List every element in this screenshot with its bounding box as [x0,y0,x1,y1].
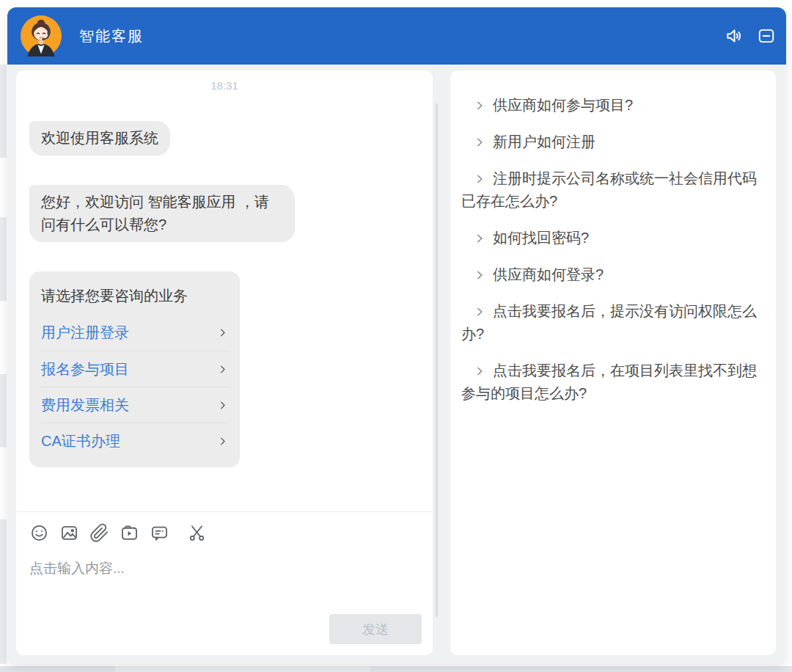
minimize-icon[interactable] [757,26,776,45]
menu-item-signup-project[interactable]: 报名参与项目 [41,351,228,387]
faq-item[interactable]: 新用户如何注册 [461,131,770,153]
background-page-bottom-edge [0,666,792,672]
menu-item-label: CA证书办理 [41,431,120,451]
faq-item[interactable]: 注册时提示公司名称或统一社会信用代码已存在怎么办? [461,167,770,213]
faq-item-text: 注册时提示公司名称或统一社会信用代码已存在怎么办? [461,170,757,209]
chevron-right-icon [474,137,485,147]
chevron-right-icon [474,270,485,280]
attachment-icon[interactable] [89,523,109,543]
message-timestamp: 18:31 [29,79,419,92]
faq-item[interactable]: 点击我要报名后，在项目列表里找不到想参与的项目怎么办? [461,359,770,405]
chevron-right-icon [217,364,228,375]
faq-item[interactable]: 如何找回密码? [461,227,770,249]
faq-panel: 供应商如何参与项目? 新用户如何注册 注册时提示公司名称或统一社会信用代码已存在… [450,70,776,655]
faq-item[interactable]: 点击我要报名后，提示没有访问权限怎么办? [461,300,770,346]
chevron-right-icon [474,307,485,317]
app-title: 智能客服 [79,26,711,46]
widget-body: 18:31 欢迎使用客服系统 您好，欢迎访问 智能客服应用 ，请问有什么可以帮您… [7,65,786,664]
chat-panel-scrollbar[interactable] [436,103,438,617]
emoji-icon[interactable] [29,523,49,543]
chevron-right-icon [217,400,228,411]
faq-item-text: 供应商如何参与项目? [493,97,633,113]
menu-item-user-register-login[interactable]: 用户注册登录 [41,315,228,351]
chevron-right-icon [474,174,485,184]
menu-item-label: 用户注册登录 [41,323,129,343]
chat-history: 18:31 欢迎使用客服系统 您好，欢迎访问 智能客服应用 ，请问有什么可以帮您… [16,70,433,511]
screenshot-scissors-icon[interactable] [187,523,207,543]
menu-item-label: 费用发票相关 [41,395,129,415]
faq-item-text: 新用户如何注册 [493,134,595,150]
faq-item-text: 点击我要报名后，提示没有访问权限怎么办? [461,303,757,342]
customer-service-widget: 智能客服 18:31 欢迎使用客服系统 您好，欢迎访问 智能客服应用 ，请问有什… [7,7,786,664]
bot-message-bubble: 您好，欢迎访问 智能客服应用 ，请问有什么可以帮您? [29,185,295,242]
chevron-right-icon [474,101,485,111]
menu-item-ca-certificate[interactable]: CA证书办理 [41,423,228,459]
faq-item-text: 如何找回密码? [493,230,589,246]
bot-message-bubble: 欢迎使用客服系统 [29,121,170,156]
faq-item-text: 点击我要报名后，在项目列表里找不到想参与的项目怎么办? [461,362,757,401]
chevron-right-icon [217,436,228,447]
speaker-icon[interactable] [725,26,744,45]
chevron-right-icon [474,233,485,244]
chevron-right-icon [217,327,228,338]
panel-gutter [433,70,450,655]
message-input[interactable]: 点击输入内容... [29,559,419,578]
composer-toolbar [29,523,419,543]
video-icon[interactable] [120,523,139,543]
chat-panel: 18:31 欢迎使用客服系统 您好，欢迎访问 智能客服应用 ，请问有什么可以帮您… [16,70,433,655]
send-button[interactable]: 发送 [329,614,422,644]
quick-reply-icon[interactable] [150,523,169,543]
widget-header: 智能客服 [7,7,786,65]
image-icon[interactable] [59,523,79,543]
faq-item-text: 供应商如何登录? [493,266,604,282]
service-menu-title: 请选择您要咨询的业务 [41,271,228,315]
service-menu-card: 请选择您要咨询的业务 用户注册登录 报名参与项目 费用发票相关 CA证书 [29,271,240,467]
composer: 点击输入内容... 发送 [16,511,433,655]
faq-item[interactable]: 供应商如何参与项目? [461,94,770,117]
faq-item[interactable]: 供应商如何登录? [461,263,770,286]
menu-item-fee-invoice[interactable]: 费用发票相关 [41,387,228,423]
background-page-left-edge [0,0,7,672]
chevron-right-icon [474,366,485,376]
menu-item-label: 报名参与项目 [41,359,129,379]
agent-avatar [21,15,62,56]
